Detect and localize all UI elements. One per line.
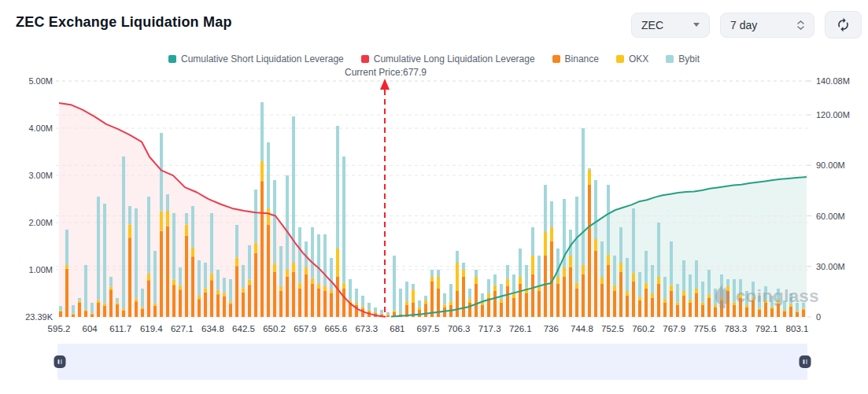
bar-segment-binance[interactable] <box>198 299 201 317</box>
bar-segment-binance[interactable] <box>519 284 522 317</box>
bar-segment-bybit[interactable] <box>242 265 245 288</box>
bar-segment-bybit[interactable] <box>613 256 616 285</box>
bar-segment-okx[interactable] <box>191 248 194 256</box>
bar-segment-binance[interactable] <box>109 289 113 317</box>
bar-segment-okx[interactable] <box>437 277 440 289</box>
bar-segment-okx[interactable] <box>317 284 320 289</box>
bar-segment-bybit[interactable] <box>462 263 465 270</box>
bar-segment-okx[interactable] <box>279 286 283 291</box>
bar-segment-binance[interactable] <box>758 310 761 317</box>
bar-segment-bybit[interactable] <box>254 190 257 243</box>
bar-segment-bybit[interactable] <box>84 265 87 309</box>
bar-segment-bybit[interactable] <box>525 265 528 288</box>
bar-segment-binance[interactable] <box>462 277 465 317</box>
bar-segment-binance[interactable] <box>147 280 150 317</box>
bar-segment-bybit[interactable] <box>493 274 497 285</box>
bar-segment-okx[interactable] <box>556 277 560 284</box>
bar-segment-okx[interactable] <box>739 294 742 298</box>
bar-segment-okx[interactable] <box>752 297 755 300</box>
bar-segment-okx[interactable] <box>638 296 641 300</box>
bar-segment-bybit[interactable] <box>764 286 767 300</box>
bar-segment-bybit[interactable] <box>185 213 188 224</box>
bar-segment-binance[interactable] <box>84 311 87 317</box>
bar-segment-binance[interactable] <box>286 277 289 317</box>
bar-segment-bybit[interactable] <box>349 279 352 300</box>
bar-segment-bybit[interactable] <box>65 230 68 265</box>
bar-segment-okx[interactable] <box>676 302 679 305</box>
bar-segment-okx[interactable] <box>468 299 471 303</box>
bar-segment-okx[interactable] <box>475 277 478 284</box>
bar-segment-binance[interactable] <box>632 282 635 317</box>
bar-segment-binance[interactable] <box>311 284 314 317</box>
bar-segment-okx[interactable] <box>248 280 251 285</box>
bar-segment-bybit[interactable] <box>330 258 333 289</box>
bar-segment-okx[interactable] <box>707 294 711 298</box>
bar-segment-okx[interactable] <box>292 263 295 272</box>
bar-segment-okx[interactable] <box>198 296 201 299</box>
bar-segment-binance[interactable] <box>90 314 94 317</box>
bar-segment-binance[interactable] <box>607 265 610 317</box>
bar-segment-binance[interactable] <box>153 306 157 317</box>
bar-segment-okx[interactable] <box>430 277 434 282</box>
bar-segment-binance[interactable] <box>481 305 484 317</box>
bar-segment-okx[interactable] <box>147 274 150 280</box>
bar-segment-bybit[interactable] <box>172 213 175 280</box>
bar-segment-binance[interactable] <box>569 267 572 317</box>
bar-segment-bybit[interactable] <box>78 298 81 301</box>
bar-segment-binance[interactable] <box>216 294 220 317</box>
bar-segment-okx[interactable] <box>720 296 723 300</box>
bar-segment-okx[interactable] <box>116 302 119 304</box>
bar-segment-binance[interactable] <box>638 300 641 317</box>
bar-segment-binance[interactable] <box>645 289 648 317</box>
bar-segment-okx[interactable] <box>166 211 169 226</box>
bar-segment-binance[interactable] <box>342 289 345 317</box>
bar-segment-bybit[interactable] <box>512 274 515 293</box>
bar-segment-okx[interactable] <box>323 286 327 291</box>
bar-segment-okx[interactable] <box>229 301 232 304</box>
bar-segment-okx[interactable] <box>506 279 509 286</box>
bar-segment-bybit[interactable] <box>689 274 692 300</box>
bar-segment-okx[interactable] <box>626 291 629 296</box>
bar-segment-bybit[interactable] <box>802 303 805 308</box>
bar-segment-bybit[interactable] <box>544 185 547 232</box>
bar-segment-okx[interactable] <box>519 277 522 284</box>
bar-segment-binance[interactable] <box>72 315 75 317</box>
bar-segment-binance[interactable] <box>689 303 692 317</box>
bar-segment-okx[interactable] <box>330 289 333 293</box>
bar-segment-bybit[interactable] <box>368 303 371 310</box>
bar-segment-bybit[interactable] <box>594 180 597 239</box>
bar-segment-bybit[interactable] <box>752 282 755 297</box>
bar-segment-okx[interactable] <box>462 270 465 277</box>
bar-segment-bybit[interactable] <box>569 230 572 256</box>
bar-segment-binance[interactable] <box>657 284 660 317</box>
bar-segment-bybit[interactable] <box>468 289 471 299</box>
bar-segment-binance[interactable] <box>739 298 742 317</box>
bar-segment-okx[interactable] <box>733 302 736 305</box>
range-slider-left-handle[interactable] <box>54 355 66 368</box>
bar-segment-bybit[interactable] <box>676 284 679 302</box>
bar-segment-bybit[interactable] <box>537 256 541 285</box>
bar-segment-okx[interactable] <box>72 314 75 315</box>
bar-segment-bybit[interactable] <box>135 208 138 299</box>
bar-segment-okx[interactable] <box>745 305 748 307</box>
bar-segment-binance[interactable] <box>336 277 339 317</box>
bar-segment-okx[interactable] <box>97 300 100 303</box>
bar-segment-okx[interactable] <box>613 285 616 291</box>
bar-segment-bybit[interactable] <box>336 126 339 249</box>
bar-segment-bybit[interactable] <box>720 274 723 296</box>
bar-segment-binance[interactable] <box>588 185 591 317</box>
bar-segment-okx[interactable] <box>418 307 421 310</box>
bar-segment-bybit[interactable] <box>733 279 736 302</box>
bar-segment-bybit[interactable] <box>147 197 150 274</box>
bar-segment-binance[interactable] <box>172 285 175 317</box>
bar-segment-binance[interactable] <box>424 304 427 317</box>
bar-segment-binance[interactable] <box>78 303 81 317</box>
bar-segment-okx[interactable] <box>682 291 685 296</box>
bar-segment-okx[interactable] <box>600 277 604 284</box>
bar-segment-okx[interactable] <box>582 265 585 274</box>
bar-segment-okx[interactable] <box>701 302 704 305</box>
bar-segment-bybit[interactable] <box>229 279 232 301</box>
bar-segment-bybit[interactable] <box>619 227 622 263</box>
bar-segment-binance[interactable] <box>575 289 578 317</box>
bar-segment-binance[interactable] <box>525 293 528 317</box>
